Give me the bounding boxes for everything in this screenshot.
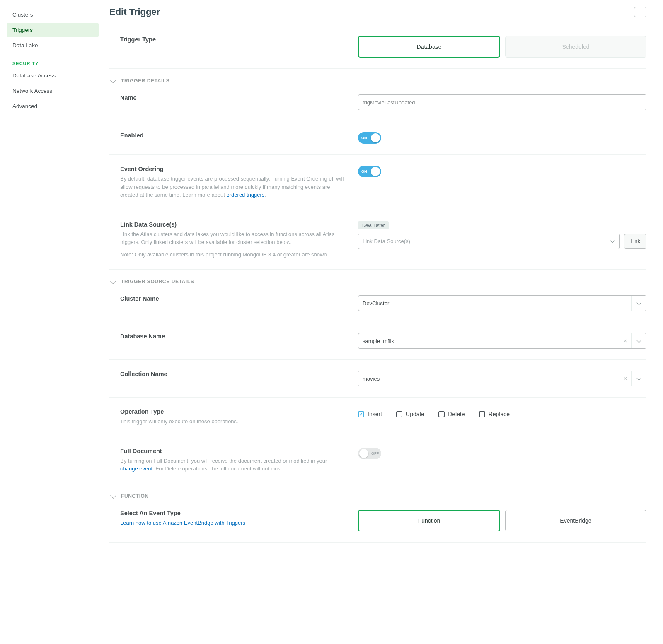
- page-title: Edit Trigger: [109, 7, 160, 17]
- link-data-source-desc-1: Link the Atlas clusters and data lakes y…: [120, 230, 346, 246]
- section-trigger-source-label: TRIGGER SOURCE DETAILS: [121, 279, 194, 285]
- link-button[interactable]: Link: [624, 234, 646, 249]
- event-ordering-toggle[interactable]: ON: [358, 166, 381, 177]
- section-function[interactable]: FUNCTION: [109, 484, 646, 499]
- trigger-type-scheduled-button[interactable]: Scheduled: [505, 36, 646, 58]
- sidebar-item-clusters[interactable]: Clusters: [7, 7, 99, 22]
- database-name-select[interactable]: sample_mflix ×: [358, 333, 646, 349]
- event-ordering-toggle-state: ON: [361, 169, 367, 174]
- collection-name-label: Collection Name: [120, 371, 346, 377]
- toggle-knob-icon: [371, 133, 380, 142]
- checkbox-checked-icon: [358, 411, 364, 417]
- operation-type-label: Operation Type: [120, 408, 346, 415]
- collection-name-select[interactable]: movies ×: [358, 371, 646, 386]
- full-document-toggle[interactable]: OFF: [358, 448, 381, 459]
- cluster-name-value: DevCluster: [363, 300, 389, 306]
- checkbox-icon: [396, 411, 402, 417]
- enabled-toggle[interactable]: ON: [358, 132, 381, 144]
- name-label: Name: [120, 94, 346, 101]
- sidebar-item-database-access[interactable]: Database Access: [7, 68, 99, 83]
- ordered-triggers-link[interactable]: ordered triggers: [227, 192, 265, 198]
- chevron-down-icon: [110, 492, 116, 498]
- database-name-label: Database Name: [120, 333, 346, 340]
- event-type-eventbridge-button[interactable]: EventBridge: [505, 510, 646, 531]
- section-trigger-source[interactable]: TRIGGER SOURCE DETAILS: [109, 270, 646, 285]
- sidebar: Clusters Triggers Data Lake SECURITY Dat…: [0, 0, 105, 644]
- cluster-name-select[interactable]: DevCluster: [358, 295, 646, 311]
- trigger-type-label: Trigger Type: [120, 36, 346, 43]
- event-type-segmented: Function EventBridge: [358, 510, 646, 531]
- section-trigger-details-label: TRIGGER DETAILS: [121, 78, 169, 84]
- main-content: Edit Trigger ··· Trigger Type Database S…: [105, 0, 663, 644]
- chevron-down-icon: [610, 238, 615, 243]
- event-ordering-desc: By default, database trigger events are …: [120, 175, 346, 199]
- sidebar-item-network-access[interactable]: Network Access: [7, 84, 99, 98]
- chevron-down-icon: [110, 278, 116, 284]
- operation-update-checkbox[interactable]: Update: [396, 411, 424, 417]
- cluster-name-label: Cluster Name: [120, 295, 346, 302]
- operation-delete-checkbox[interactable]: Delete: [438, 411, 465, 417]
- chevron-down-icon: [636, 338, 641, 343]
- collection-name-value: movies: [363, 376, 380, 382]
- clear-database-icon[interactable]: ×: [621, 333, 629, 348]
- enabled-toggle-state: ON: [361, 136, 367, 140]
- link-data-source-select[interactable]: Link Data Source(s): [358, 234, 620, 249]
- full-document-label: Full Document: [120, 448, 346, 454]
- full-document-toggle-state: OFF: [371, 451, 379, 456]
- more-actions-button[interactable]: ···: [634, 7, 646, 17]
- operation-type-desc: This trigger will only execute on these …: [120, 417, 346, 426]
- full-document-desc: By turning on Full Document, you will re…: [120, 457, 336, 473]
- sidebar-security-header: SECURITY: [7, 53, 99, 68]
- chevron-down-icon: [636, 300, 641, 305]
- chevron-down-icon: [110, 77, 116, 83]
- database-name-value: sample_mflix: [363, 338, 394, 344]
- link-data-source-placeholder: Link Data Source(s): [363, 238, 410, 244]
- toggle-knob-icon: [371, 167, 380, 176]
- trigger-type-database-button[interactable]: Database: [358, 36, 500, 58]
- operation-type-checkboxes: Insert Update Delete Replace: [358, 408, 646, 417]
- event-ordering-label: Event Ordering: [120, 166, 346, 172]
- sidebar-item-advanced[interactable]: Advanced: [7, 99, 99, 113]
- link-data-source-desc-2: Note: Only available clusters in this pr…: [120, 251, 346, 259]
- sidebar-item-triggers[interactable]: Triggers: [7, 23, 99, 37]
- operation-insert-checkbox[interactable]: Insert: [358, 411, 382, 417]
- change-event-link[interactable]: change event: [120, 466, 152, 472]
- section-trigger-details[interactable]: TRIGGER DETAILS: [109, 69, 646, 84]
- linked-source-chip[interactable]: DevCluster: [358, 221, 389, 229]
- checkbox-icon: [479, 411, 485, 417]
- clear-collection-icon[interactable]: ×: [621, 371, 629, 386]
- checkbox-icon: [438, 411, 445, 417]
- link-data-source-label: Link Data Source(s): [120, 221, 346, 228]
- name-input[interactable]: [358, 94, 646, 110]
- chevron-down-icon: [636, 376, 641, 380]
- event-type-function-button[interactable]: Function: [358, 510, 500, 531]
- sidebar-item-data-lake[interactable]: Data Lake: [7, 38, 99, 53]
- eventbridge-learn-link[interactable]: Learn how to use Amazon EventBridge with…: [120, 520, 245, 526]
- operation-replace-checkbox[interactable]: Replace: [479, 411, 510, 417]
- trigger-type-segmented: Database Scheduled: [358, 36, 646, 58]
- section-function-label: FUNCTION: [121, 493, 149, 499]
- toggle-knob-icon: [359, 449, 368, 458]
- select-event-type-label: Select An Event Type: [120, 510, 346, 516]
- enabled-label: Enabled: [120, 132, 346, 139]
